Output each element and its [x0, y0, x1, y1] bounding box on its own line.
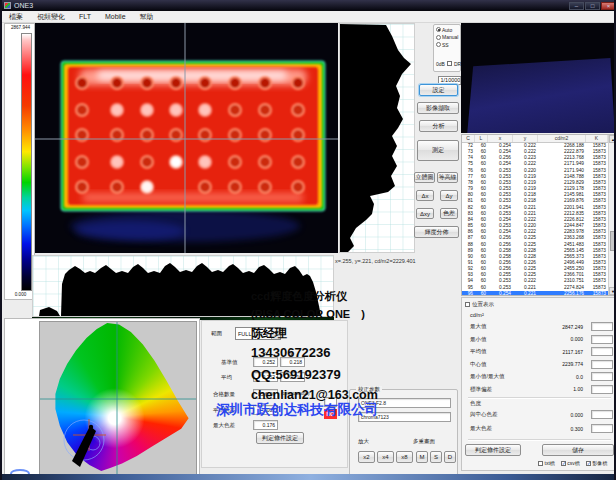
pass-rate-value[interactable]: 85.60%	[253, 389, 278, 399]
stat-row-max: 最大值 2847.249	[470, 321, 613, 332]
scrollbar-thumb[interactable]	[610, 231, 616, 251]
avg-y-value[interactable]: 0.216	[280, 372, 305, 382]
zoom-x2-button[interactable]: x2	[358, 451, 375, 463]
title-bar[interactable]: ONE3 – □ ×	[2, 0, 616, 11]
menu-bar: 檔案 視頻變化 FLT Mobile 幫助	[2, 11, 616, 23]
menu-mobile[interactable]: Mobile	[98, 11, 133, 22]
range-panel: 範圍 FULL x y 基準值 0.252 0.218 平均 0.252 0.2…	[201, 320, 348, 468]
delta-y-button[interactable]: Δy	[440, 190, 458, 201]
sensor-field[interactable]: chroma7123	[358, 412, 451, 422]
judge-condition-button-right[interactable]: 判定條件設定	[465, 444, 521, 456]
image-capture-button[interactable]: 影像擷取	[417, 102, 459, 114]
calibration-panel: 校正參數 ONE3 F2.8 chroma7123 放大 x2 x4 x8 多重…	[349, 389, 458, 476]
window-title: ONE3	[14, 2, 33, 9]
stat-row-center: 中心值 2239.774	[470, 359, 613, 370]
set-button[interactable]: 設定	[419, 84, 458, 96]
luminance-heatmap-view[interactable]	[35, 23, 338, 253]
calibration-title: 校正參數	[356, 386, 382, 393]
stat-min-input[interactable]	[591, 335, 613, 344]
menu-flt[interactable]: FLT	[72, 11, 98, 22]
stat-center-input[interactable]	[591, 360, 613, 369]
menu-file[interactable]: 檔案	[2, 11, 30, 22]
maximize-button[interactable]: □	[585, 2, 600, 10]
table-header-cell: K	[586, 135, 608, 142]
range-label: 範圍	[211, 330, 222, 337]
ref-y-value[interactable]: 0.218	[280, 357, 305, 367]
table-scrollbar[interactable]: ▲ ▼	[608, 135, 616, 295]
horizontal-profile-chart	[32, 255, 334, 317]
stat-row-avg: 平均值 2117.167	[470, 346, 613, 357]
stat-avg-input[interactable]	[591, 347, 613, 356]
save-button[interactable]: 儲存	[542, 444, 614, 456]
measure-table-body[interactable]: 72600.2540.2222268.1881587373600.2540.22…	[462, 143, 608, 295]
avg-colordiff-value[interactable]: 0.002	[253, 405, 278, 415]
scroll-up-icon[interactable]: ▲	[609, 135, 616, 143]
menu-video-change[interactable]: 視頻變化	[30, 11, 72, 22]
radio-ss-dot[interactable]	[436, 42, 441, 47]
csv-file-checkbox-row[interactable]: csv檔	[561, 460, 580, 466]
image-file-checkbox-row[interactable]: 影像檔	[586, 460, 608, 466]
chroma-center-diff-input[interactable]	[591, 410, 613, 419]
ref-x-value[interactable]: 0.252	[253, 357, 278, 367]
pass-count-value: (19346/22600)	[281, 391, 310, 396]
radio-manual-dot[interactable]	[436, 35, 441, 40]
position-display-label: 位置表示	[472, 301, 494, 308]
stat-stddev-input[interactable]	[591, 385, 613, 394]
table-header-cell: y	[513, 135, 538, 142]
stereo-view-button[interactable]: 立體圖	[414, 172, 435, 183]
app-window: ONE3 – □ × 檔案 視頻變化 FLT Mobile 幫助 2867.94…	[0, 0, 616, 480]
zoom-x4-button[interactable]: x4	[377, 451, 394, 463]
multi-d-button[interactable]: D	[444, 451, 456, 463]
contour-button[interactable]: 等高線	[437, 172, 458, 183]
statistics-panel: 位置表示 cd/m² 最大值 2847.249 最小值 0.000 平均值 21…	[461, 297, 616, 471]
lens-field[interactable]: ONE3 F2.8	[358, 398, 451, 408]
chroma-row-center-diff: 與中心色差 0.000	[470, 409, 613, 420]
radio-ss[interactable]: SS	[436, 42, 461, 48]
gain-label: 0dB	[436, 61, 445, 67]
stat-minmax-input[interactable]	[591, 372, 613, 381]
radio-manual[interactable]: Manual	[436, 34, 461, 40]
image-file-checkbox[interactable]	[586, 461, 591, 466]
window-bottom-border	[2, 474, 616, 480]
dr-checkbox[interactable]	[447, 61, 452, 66]
radio-auto[interactable]: Auto	[436, 27, 461, 33]
multi-screen-label: 多重畫面	[413, 438, 435, 445]
zoom-x8-button[interactable]: x8	[396, 451, 413, 463]
range-select-arrow-icon[interactable]	[271, 328, 280, 339]
chroma-row-max-diff: 最大色差 0.300	[470, 423, 613, 434]
avg-x-value[interactable]: 0.252	[253, 372, 278, 382]
cie-diagram-panel	[4, 318, 200, 476]
analyze-button[interactable]: 分析	[419, 120, 458, 132]
chroma-max-diff-input[interactable]	[591, 424, 613, 433]
close-button[interactable]: ×	[601, 2, 616, 10]
table-row[interactable]: 96600.2540.2212256.17615873	[462, 291, 608, 295]
csv-file-checkbox[interactable]	[561, 461, 566, 466]
multi-s-button[interactable]: S	[430, 451, 442, 463]
delta-x-button[interactable]: Δx	[416, 190, 434, 201]
table-header-cell: C	[462, 135, 475, 142]
color-diff-button[interactable]: 色差	[440, 208, 458, 219]
judge-condition-button-middle[interactable]: 判定條件設定	[256, 432, 304, 444]
max-colordiff-value[interactable]: 0.176	[253, 420, 278, 430]
zoom-label: 放大	[358, 438, 369, 445]
multi-m-button[interactable]: M	[416, 451, 428, 463]
exposure-mode-group: Auto Manual SS 1/10000 0dB DR	[433, 24, 461, 72]
range-select[interactable]: FULL	[235, 327, 281, 340]
table-header: CLxycd/m2K	[462, 135, 616, 143]
minimize-button[interactable]: –	[569, 2, 584, 10]
txt-file-checkbox[interactable]	[538, 461, 543, 466]
luminance-distribution-button[interactable]: 輝度分佈	[414, 226, 459, 238]
scale-min-value: 0.000	[6, 292, 35, 297]
txt-file-checkbox-row[interactable]: txt檔	[538, 460, 555, 466]
color-scale-panel: 2867.944 0.000	[4, 23, 35, 300]
table-header-cell: cd/m2	[538, 135, 586, 142]
position-display-checkbox[interactable]	[465, 302, 470, 307]
scroll-down-icon[interactable]: ▼	[609, 287, 616, 295]
menu-help[interactable]: 幫助	[133, 11, 161, 22]
measure-button[interactable]: 測定	[417, 140, 459, 161]
delta-xy-button[interactable]: Δxy	[416, 208, 434, 219]
radio-auto-dot[interactable]	[436, 27, 441, 32]
table-header-cell: L	[475, 135, 488, 142]
position-display-checkbox-row[interactable]: 位置表示	[465, 301, 494, 308]
stat-max-input[interactable]	[591, 322, 613, 331]
